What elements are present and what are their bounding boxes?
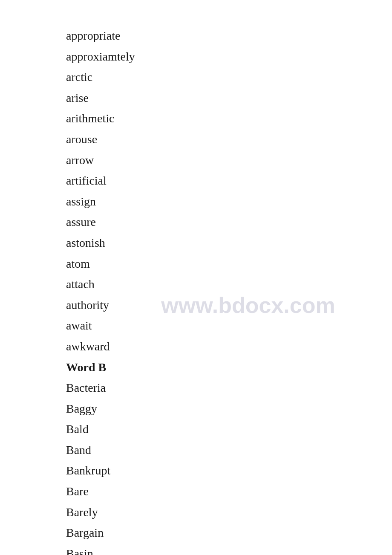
list-item: Bald (66, 419, 392, 440)
list-item: Bare (66, 481, 392, 502)
list-item: Basin (66, 543, 392, 555)
list-item: Bacteria (66, 378, 392, 399)
list-item: Bankrupt (66, 460, 392, 481)
list-item: artificial (66, 171, 392, 191)
list-item: arise (66, 88, 392, 109)
list-item: Word B (66, 357, 392, 378)
list-item: await (66, 315, 392, 336)
list-item: authority (66, 295, 392, 316)
list-item: arctic (66, 67, 392, 88)
list-item: Bargain (66, 523, 392, 543)
list-item: awkward (66, 336, 392, 357)
list-item: appropriate (66, 26, 392, 46)
list-item: approxiamtely (66, 46, 392, 67)
list-item: arrow (66, 150, 392, 171)
list-item: assure (66, 212, 392, 233)
list-item: atom (66, 254, 392, 275)
list-item: astonish (66, 233, 392, 254)
list-item: assign (66, 191, 392, 212)
list-item: Baggy (66, 399, 392, 419)
list-item: attach (66, 274, 392, 295)
list-item: arouse (66, 129, 392, 150)
word-list: appropriateapproxiamtelyarcticarisearith… (0, 0, 392, 555)
list-item: arithmetic (66, 108, 392, 129)
list-item: Band (66, 440, 392, 461)
list-item: Barely (66, 502, 392, 523)
